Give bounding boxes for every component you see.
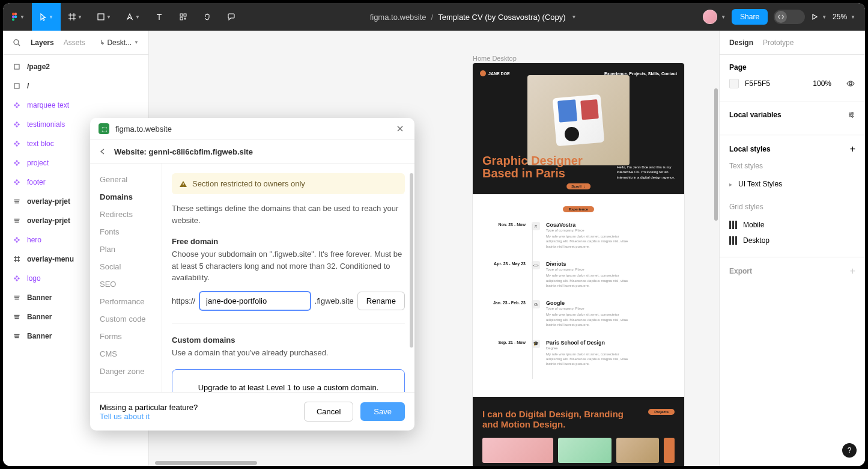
figma-menu[interactable]: ▼ [3,3,32,31]
canvas-vertical-scrollbar[interactable] [713,31,719,466]
chevron-left-icon [99,147,107,156]
layers-tab[interactable]: Layers [31,38,54,47]
hero-name: JANE DOE [488,72,510,76]
plugin-icon: ⬚ [99,123,109,134]
settings-nav-item[interactable]: Custom code [90,310,162,328]
project-card [558,438,612,463]
pen-tool[interactable]: ▼ [118,3,147,31]
layer-type-icon [13,178,21,186]
comment-tool[interactable] [219,3,243,31]
experience-desc: My role was ipsum dolor sit amet, consec… [546,312,630,327]
settings-nav-item[interactable]: SEO [90,275,162,293]
grid-styles-header: Grid styles [729,203,855,211]
custom-domains-title: Custom domains [172,336,405,345]
cancel-button[interactable]: Cancel [304,402,353,421]
help-button[interactable]: ? [842,443,857,458]
user-avatar-menu[interactable]: ▼ [703,10,726,24]
background-color-value[interactable]: F5F5F5 [745,79,770,88]
hand-icon [203,13,211,21]
svg-rect-4 [12,18,14,21]
prototype-tab[interactable]: Prototype [763,38,794,47]
design-tab[interactable]: Design [729,38,753,47]
breadcrumb-parent[interactable]: figma.to.website [370,13,426,22]
svg-rect-8 [184,14,186,16]
chevron-down-icon[interactable]: ▼ [572,14,577,20]
back-button[interactable] [99,147,107,156]
experience-date: Nov. 23 - Now [480,222,526,249]
settings-nav-item[interactable]: Plan [90,241,162,258]
search-icon[interactable] [13,38,21,47]
layer-item[interactable]: / [3,76,148,96]
share-button[interactable]: Share [732,9,768,25]
shape-tool[interactable]: ▼ [90,3,118,31]
experience-label: Experience [563,206,594,212]
modal-sidebar: GeneralDomainsRedirectsFontsPlanSocialSE… [90,164,162,392]
grid-style-mobile[interactable]: Mobile [729,217,855,233]
code-icon [775,11,787,23]
experience-date: Apr. 23 - May 23 [480,261,526,288]
experience-company: Divriots [546,261,677,267]
settings-icon[interactable] [847,111,855,119]
page-selector[interactable]: ↳ Deskt... ▼ [100,38,139,47]
eye-icon[interactable] [846,79,855,88]
feedback-link[interactable]: Tell us about it [100,412,297,421]
experience-row: Sep. 21 - Now🎓Paris School of DesignDegr… [480,340,677,367]
experience-type: Type of company, Place [546,228,677,232]
settings-nav-item[interactable]: CMS [90,345,162,363]
layer-item[interactable]: /page2 [3,57,148,76]
assets-tab[interactable]: Assets [64,38,85,47]
warning-text: Section restricted to owners only [192,179,305,188]
add-export-button[interactable]: + [850,266,855,277]
background-opacity[interactable]: 100% [813,79,831,88]
settings-nav-item[interactable]: Fonts [90,223,162,241]
settings-nav-item[interactable]: Domains [90,188,162,206]
add-style-button[interactable]: + [850,144,855,155]
rename-button[interactable]: Rename [357,292,405,310]
hero-image [527,75,630,165]
svg-rect-2 [12,16,14,19]
move-tool[interactable]: ▼ [32,3,61,31]
settings-nav-item[interactable]: General [90,171,162,188]
text-style-item[interactable]: ▸ UI Text Styles [729,176,855,192]
zoom-menu[interactable]: 25% ▼ [833,13,855,21]
modal-scrollbar[interactable] [410,173,413,348]
grid-style-desktop[interactable]: Desktop [729,233,855,248]
svg-point-3 [14,16,17,19]
dev-mode-toggle[interactable] [774,10,805,24]
svg-rect-5 [98,14,104,20]
subdomain-input[interactable] [199,291,311,311]
scroll-indicator: Scroll↓ [566,183,590,189]
text-styles-header: Text styles [729,162,855,170]
save-button[interactable]: Save [360,402,405,421]
experience-type: Degree [546,346,677,350]
settings-nav-item[interactable]: Redirects [90,206,162,223]
text-tool[interactable] [147,3,171,31]
present-button[interactable]: ▼ [811,13,827,20]
breadcrumb-current[interactable]: Template CV (by Cosavostra) (Copy) [438,13,565,22]
layer-type-icon [13,274,21,283]
svg-point-14 [852,112,854,114]
settings-nav-item[interactable]: Social [90,258,162,275]
free-domain-title: Free domain [172,237,405,246]
layer-label: / [27,82,29,90]
close-button[interactable] [394,123,406,135]
modal-content: Section restricted to owners only These … [162,164,414,392]
domain-prefix: https:// [172,296,195,305]
layer-item[interactable]: marquee text [3,96,148,115]
layer-type-icon [13,197,21,206]
settings-nav-item[interactable]: Danger zone [90,363,162,380]
hero-title: Graphic Designer Based in Paris [482,155,583,180]
canvas-frame-home[interactable]: JANE DOE Experience, Projects, Skills, C… [473,63,684,466]
projects-label: Projects [648,409,675,415]
canvas-horizontal-scrollbar[interactable] [155,460,713,466]
experience-icon: <> [532,261,540,269]
resources-tool[interactable] [171,3,195,31]
frame-tool[interactable]: ▼ [61,3,90,31]
layer-type-icon [13,139,21,148]
settings-nav-item[interactable]: Forms [90,328,162,345]
frame-label[interactable]: Home Desktop [473,55,517,62]
background-color-swatch[interactable] [729,79,739,88]
hand-tool[interactable] [195,3,219,31]
settings-nav-item[interactable]: Performance [90,293,162,310]
layer-type-icon [13,332,21,340]
